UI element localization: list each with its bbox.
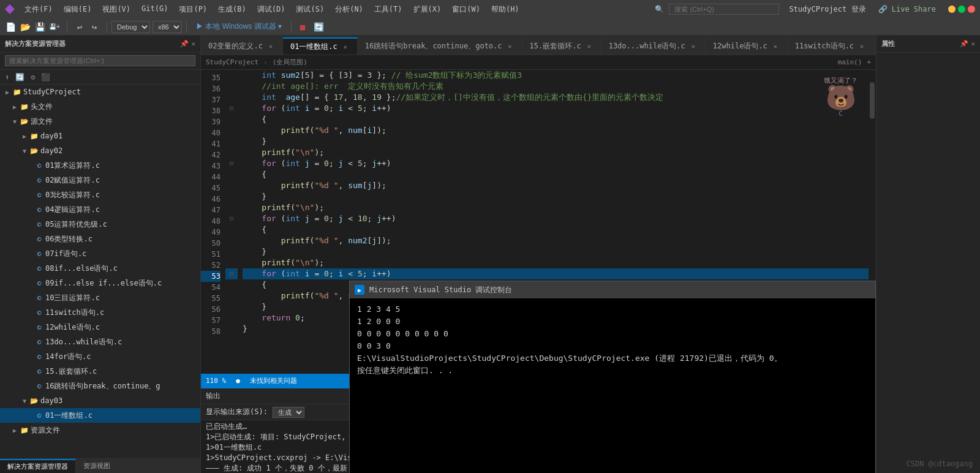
global-search-input[interactable]	[669, 4, 779, 15]
menu-edit[interactable]: 编辑(E)	[59, 3, 97, 16]
tab-01array[interactable]: 01一维数组.c ✕	[283, 37, 358, 55]
tab-label: 01一维数组.c	[290, 42, 337, 52]
tree-file-03compare[interactable]: ©03比较运算符.c	[0, 187, 200, 202]
tree-file-14for[interactable]: ©14for语句.c	[0, 349, 200, 364]
window-controls[interactable]	[948, 6, 975, 13]
tab-close-btn[interactable]: ✕	[506, 42, 514, 50]
tree-file-15nested[interactable]: ©15.嵌套循环.c	[0, 364, 200, 379]
tree-file-icon: ©	[34, 191, 44, 199]
menu-git[interactable]: Git(G)	[137, 3, 173, 16]
run-debugger-btn[interactable]: ▶ 本地 Windows 调试器 ▾	[191, 20, 287, 33]
tree-item-day03[interactable]: ▼ 📂 day03	[0, 393, 200, 408]
tree-file-09ifelseif[interactable]: ©09if...else if...else语句.c	[0, 276, 200, 290]
tree-file-13dowhile[interactable]: ©13do...while语句.c	[0, 335, 200, 349]
save-btn[interactable]: 💾	[33, 20, 47, 34]
sidebar-pin-btn[interactable]: 📌	[180, 40, 189, 48]
menu-project[interactable]: 项目(P)	[174, 3, 212, 16]
tree-file-04logic[interactable]: ©04逻辑运算符.c	[0, 202, 200, 217]
tab-close-btn[interactable]: ✕	[858, 42, 866, 50]
sidebar-tool-btn-4[interactable]: ⬛	[39, 72, 53, 83]
menu-help[interactable]: 帮助(H)	[486, 3, 524, 16]
tree-file-05priority[interactable]: ©05运算符优先级.c	[0, 217, 200, 232]
tab-11switch[interactable]: 11switch语句.c ✕	[788, 37, 874, 55]
tab-close-btn[interactable]: ✕	[771, 42, 780, 50]
tab-close-btn[interactable]: ✕	[585, 42, 594, 50]
close-button[interactable]	[968, 6, 975, 13]
tree-file-10ternary[interactable]: ©10三目运算符.c	[0, 290, 200, 305]
sidebar-tab-resource-view[interactable]: 资源视图	[76, 459, 118, 473]
maximize-button[interactable]	[958, 6, 965, 13]
tree-file-11switch[interactable]: ©11switch语句.c	[0, 305, 200, 320]
tree-file-02assign[interactable]: ©02赋值运算符.c	[0, 173, 200, 187]
scrollbar-thumb[interactable]	[870, 82, 875, 119]
sidebar-close-btn[interactable]: ✕	[191, 40, 195, 48]
undo-btn[interactable]: ↩	[73, 20, 86, 34]
menu-file[interactable]: 文件(F)	[20, 3, 58, 16]
menu-analyze[interactable]: 分析(N)	[330, 3, 368, 16]
console-content[interactable]: 1 2 3 4 5 1 2 0 0 0 0 0 0 0 0 0 0 0 0 0 …	[350, 298, 875, 473]
sidebar-tab-solution-explorer[interactable]: 解决方案资源管理器	[0, 459, 76, 473]
path-right: main() +	[838, 58, 871, 66]
tab-16jump[interactable]: 16跳转语句break、continue、goto.c ✕	[358, 37, 522, 55]
properties-panel: 属性 📌 ✕	[876, 36, 980, 473]
tab-close-btn[interactable]: ✕	[341, 42, 350, 51]
tree-item-sources[interactable]: ▼ 📂 源文件	[0, 114, 200, 129]
tree-file-01array[interactable]: ©01一维数组.c	[0, 408, 200, 423]
menu-test[interactable]: 测试(S)	[291, 3, 329, 16]
sidebar-tool-btn-3[interactable]: ⚙	[28, 72, 37, 83]
tab-15nested[interactable]: 15.嵌套循环.c ✕	[522, 37, 601, 55]
debug-config-select[interactable]: Debug	[111, 21, 150, 33]
project-name: StudyCProject	[789, 5, 846, 13]
platform-select[interactable]: x86	[153, 21, 182, 33]
sidebar-tool-btn-1[interactable]: ⬆	[2, 72, 12, 83]
tree-file-icon: ©	[34, 309, 44, 317]
tree-item-resources[interactable]: ▶ 📁 资源文件	[0, 423, 200, 437]
menu-bar[interactable]: 文件(F) 编辑(E) 视图(V) Git(G) 项目(P) 生成(B) 调试(…	[20, 3, 524, 16]
live-share-btn[interactable]: 🔗 Live Share	[873, 5, 936, 13]
tree-resources-label: 资源文件	[31, 425, 60, 436]
open-file-btn[interactable]: 📂	[18, 20, 32, 34]
sidebar-tool-btn-2[interactable]: 🔄	[13, 72, 27, 83]
minimize-button[interactable]	[948, 6, 956, 13]
tree-file-16jump[interactable]: ©16跳转语句break、continue、g	[0, 379, 200, 393]
menu-build[interactable]: 生成(B)	[213, 3, 251, 16]
user-login[interactable]: 登录	[851, 4, 866, 15]
tab-close-btn[interactable]: ✕	[689, 42, 698, 50]
fold-ind-43[interactable]: ⊟	[225, 158, 238, 169]
zoom-level[interactable]: 110 %	[206, 377, 226, 385]
new-file-btn[interactable]: 📄	[4, 20, 17, 34]
tab-close-btn[interactable]: ✕	[266, 42, 275, 50]
menu-extensions[interactable]: 扩展(X)	[409, 3, 447, 16]
properties-close-btn[interactable]: ✕	[971, 40, 975, 48]
tab-12while[interactable]: 12while语句.c ✕	[706, 37, 788, 55]
tab-13dowhile[interactable]: 13do...while语句.c ✕	[601, 37, 706, 55]
stop-btn[interactable]: ■	[296, 20, 309, 34]
sidebar-search-input[interactable]	[5, 55, 195, 66]
output-source-select[interactable]: 生成	[273, 407, 304, 418]
add-watch-btn[interactable]: +	[867, 58, 871, 66]
fold-ind-48[interactable]: ⊟	[225, 213, 238, 224]
restart-btn[interactable]: 🔄	[312, 20, 325, 34]
menu-debug[interactable]: 调试(D)	[252, 3, 290, 16]
tree-item-day01[interactable]: ▶ 📁 day01	[0, 129, 200, 143]
tab-02variables[interactable]: 02变量的定义.c ✕	[201, 37, 283, 55]
fold-ind-38[interactable]: ⊟	[225, 103, 238, 114]
menu-view[interactable]: 视图(V)	[97, 3, 135, 16]
tree-root[interactable]: ▶ 📁 StudyCProject	[0, 85, 200, 99]
properties-pin-btn[interactable]: 📌	[960, 40, 968, 48]
tree-item-headers[interactable]: ▶ 📁 头文件	[0, 99, 200, 114]
sidebar-actions[interactable]: 📌 ✕	[180, 40, 195, 48]
menu-window[interactable]: 窗口(W)	[447, 3, 485, 16]
fold-ind-53[interactable]: ⊟	[225, 268, 238, 279]
tree-file-08ifelse[interactable]: ©08if...else语句.c	[0, 261, 200, 276]
tree-file-01calc[interactable]: ©01算术运算符.c	[0, 158, 200, 173]
tree-file-12while[interactable]: ©12while语句.c	[0, 320, 200, 335]
menu-tools[interactable]: 工具(T)	[369, 3, 407, 16]
code-line-41: }	[243, 136, 869, 147]
tree-file-07if[interactable]: ©07if语句.c	[0, 246, 200, 261]
solution-explorer: 解决方案资源管理器 📌 ✕ ⬆ 🔄 ⚙ ⬛ ▶ 📁 StudyCProje	[0, 36, 201, 473]
tree-file-06cast[interactable]: ©06类型转换.c	[0, 232, 200, 246]
redo-btn[interactable]: ↪	[88, 20, 101, 34]
save-all-btn[interactable]: 💾+	[48, 20, 61, 34]
tree-item-day02[interactable]: ▼ 📂 day02	[0, 143, 200, 158]
